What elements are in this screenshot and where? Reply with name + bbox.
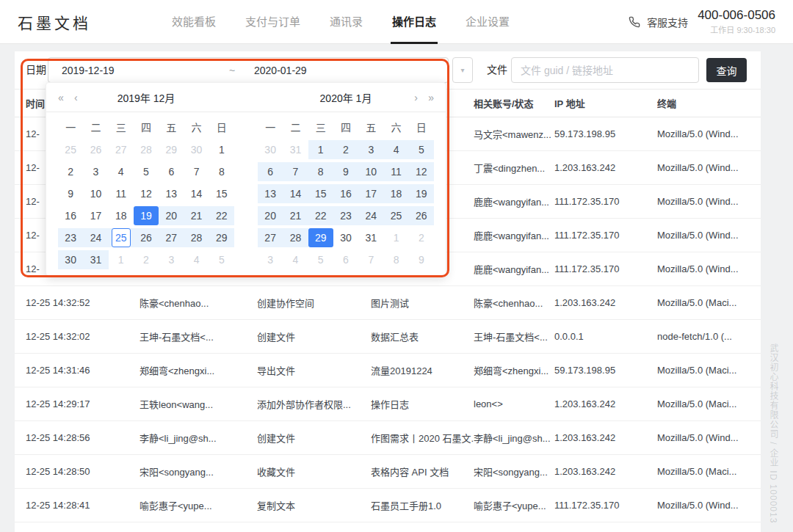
calendar-day[interactable]: 28 [283, 227, 308, 249]
calendar-day[interactable]: 30 [58, 249, 83, 271]
calendar-day[interactable]: 5 [409, 139, 434, 161]
calendar-day[interactable]: 3 [258, 249, 283, 271]
calendar-day[interactable]: 9 [58, 183, 83, 205]
cell-action: 创建文件 [257, 329, 371, 343]
calendar-day[interactable]: 27 [159, 227, 184, 249]
calendar-day[interactable]: 7 [283, 161, 308, 183]
calendar-day[interactable]: 8 [383, 249, 408, 271]
calendar-day[interactable]: 2 [333, 139, 358, 161]
calendar-day[interactable]: 3 [358, 139, 383, 161]
calendar-day[interactable]: 13 [258, 183, 283, 205]
calendar-day[interactable]: 19 [409, 183, 434, 205]
nav-tab-enterprise-settings[interactable]: 企业设置 [466, 0, 510, 44]
calendar-day[interactable]: 18 [109, 205, 134, 227]
calendar-day[interactable]: 8 [308, 161, 333, 183]
calendar-day[interactable]: 2 [409, 227, 434, 249]
calendar-day[interactable]: 7 [184, 161, 209, 183]
calendar-day[interactable]: 25 [383, 205, 408, 227]
calendar-day[interactable]: 11 [109, 183, 134, 205]
calendar-day[interactable]: 28 [134, 139, 159, 161]
calendar-day[interactable]: 23 [58, 227, 83, 249]
calendar-day[interactable]: 1 [109, 249, 134, 271]
calendar-day[interactable]: 3 [159, 249, 184, 271]
calendar-day[interactable]: 26 [83, 139, 108, 161]
next-year-icon[interactable]: » [428, 83, 434, 112]
calendar-day[interactable]: 29 [209, 227, 234, 249]
calendar-day[interactable]: 20 [159, 205, 184, 227]
calendar-day[interactable]: 4 [283, 249, 308, 271]
calendar-day[interactable]: 8 [209, 161, 234, 183]
calendar-day[interactable]: 24 [358, 205, 383, 227]
calendar-day[interactable]: 3 [83, 161, 108, 183]
calendar-day[interactable]: 29 [159, 139, 184, 161]
calendar-day[interactable]: 6 [333, 249, 358, 271]
calendar-day[interactable]: 20 [258, 205, 283, 227]
calendar-day[interactable]: 1 [209, 139, 234, 161]
calendar-day[interactable]: 1 [308, 139, 333, 161]
calendar-day[interactable]: 26 [134, 227, 159, 249]
file-input[interactable] [511, 57, 699, 83]
calendar-day[interactable]: 19 [134, 205, 159, 227]
calendar-day[interactable]: 16 [333, 183, 358, 205]
calendar-day[interactable]: 2 [134, 249, 159, 271]
calendar-day[interactable]: 1 [383, 227, 408, 249]
calendar-day[interactable]: 18 [383, 183, 408, 205]
calendar-day[interactable]: 29 [308, 227, 333, 249]
calendar-day[interactable]: 31 [358, 227, 383, 249]
prev-month-icon[interactable]: ‹ [74, 83, 78, 112]
search-button[interactable]: 查询 [706, 58, 747, 82]
calendar-day[interactable]: 4 [383, 139, 408, 161]
calendar-day[interactable]: 31 [83, 249, 108, 271]
calendar-day[interactable]: 12 [134, 183, 159, 205]
calendar-day[interactable]: 26 [409, 205, 434, 227]
next-month-icon[interactable]: › [414, 83, 418, 112]
calendar-day[interactable]: 12 [409, 161, 434, 183]
nav-tab-operation-log[interactable]: 操作日志 [392, 0, 436, 44]
nav-tab-dashboard[interactable]: 效能看板 [172, 0, 216, 44]
calendar-day[interactable]: 5 [209, 249, 234, 271]
calendar-day[interactable]: 6 [159, 161, 184, 183]
calendar-day[interactable]: 6 [258, 161, 283, 183]
calendar-day[interactable]: 10 [358, 161, 383, 183]
calendar-day[interactable]: 30 [258, 139, 283, 161]
calendar-day[interactable]: 2 [58, 161, 83, 183]
calendar-day[interactable]: 31 [283, 139, 308, 161]
nav-tab-contacts[interactable]: 通讯录 [330, 0, 363, 44]
calendar-day[interactable]: 9 [409, 249, 434, 271]
nav-tab-payments[interactable]: 支付与订单 [245, 0, 300, 44]
calendar-day[interactable]: 15 [308, 183, 333, 205]
calendar-day[interactable]: 17 [358, 183, 383, 205]
calendar-day[interactable]: 13 [159, 183, 184, 205]
calendar-day[interactable]: 21 [184, 205, 209, 227]
prev-year-icon[interactable]: « [58, 83, 64, 112]
date-preset-dropdown[interactable]: ▾ [452, 57, 473, 83]
calendar-day[interactable]: 28 [184, 227, 209, 249]
calendar-day[interactable]: 14 [184, 183, 209, 205]
calendar-day[interactable]: 22 [308, 205, 333, 227]
calendar-day[interactable]: 14 [283, 183, 308, 205]
calendar-day[interactable]: 24 [83, 227, 108, 249]
calendar-day[interactable]: 4 [184, 249, 209, 271]
calendar-day[interactable]: 11 [383, 161, 408, 183]
calendar-day[interactable]: 4 [109, 161, 134, 183]
calendar-day[interactable]: 16 [58, 205, 83, 227]
calendar-day[interactable]: 30 [333, 227, 358, 249]
calendar-day[interactable]: 27 [109, 139, 134, 161]
calendar-day[interactable]: 30 [184, 139, 209, 161]
date-range-input[interactable]: 2019-12-19 ~ 2020-01-29 [48, 57, 449, 83]
calendar-day[interactable]: 15 [209, 183, 234, 205]
calendar-day[interactable]: 25 [58, 139, 83, 161]
calendar-day[interactable]: 23 [333, 205, 358, 227]
calendar-day[interactable]: 22 [209, 205, 234, 227]
calendar-day[interactable]: 5 [308, 249, 333, 271]
calendar-day[interactable]: 25 [109, 227, 134, 249]
calendar-day[interactable]: 21 [283, 205, 308, 227]
calendar-day[interactable]: 10 [83, 183, 108, 205]
calendar-day[interactable]: 7 [358, 249, 383, 271]
weekday-label: 四 [333, 117, 358, 139]
calendar-day[interactable]: 9 [333, 161, 358, 183]
calendar-day[interactable]: 27 [258, 227, 283, 249]
calendar-day[interactable]: 5 [134, 161, 159, 183]
logo[interactable]: 石墨文档 [18, 11, 113, 33]
calendar-day[interactable]: 17 [83, 205, 108, 227]
